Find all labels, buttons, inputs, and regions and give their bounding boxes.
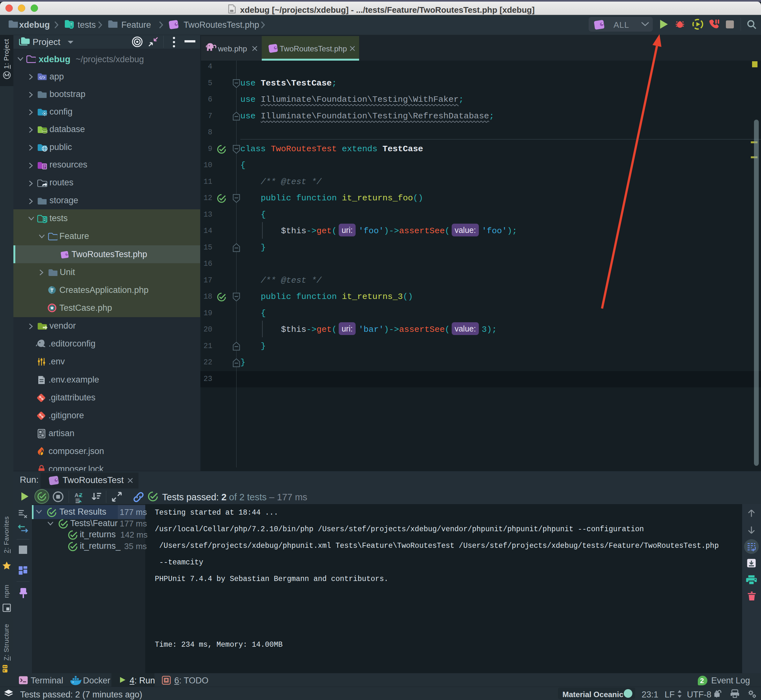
svg-text:A: A [75, 492, 79, 498]
